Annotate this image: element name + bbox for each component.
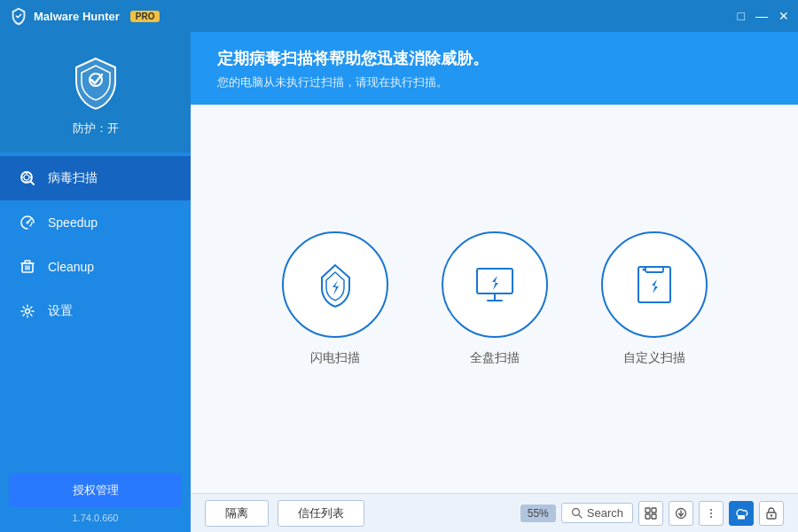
flash-scan-option[interactable]: 闪电扫描: [282, 231, 388, 366]
svg-line-26: [578, 515, 582, 519]
protection-shield-icon: [67, 53, 124, 110]
sidebar: 防护：开 病毒扫描: [0, 32, 191, 532]
sidebar-nav: 病毒扫描 Speedup: [0, 153, 191, 461]
license-button[interactable]: 授权管理: [9, 473, 182, 507]
svg-marker-21: [492, 276, 498, 290]
percent-badge: 55%: [520, 505, 556, 522]
title-bar: Malware Hunter PRO □ — ✕: [0, 0, 798, 32]
full-scan-icon: [468, 258, 521, 311]
svg-rect-28: [652, 508, 656, 512]
svg-rect-36: [738, 515, 745, 520]
sidebar-item-cleanup[interactable]: Cleanup: [0, 245, 191, 289]
grid-view-button[interactable]: [638, 501, 663, 526]
app-body: 防护：开 病毒扫描: [0, 32, 798, 532]
settings-icon: [18, 301, 37, 321]
svg-point-33: [710, 509, 712, 511]
more-options-button[interactable]: [699, 501, 724, 526]
app-logo: Malware Hunter PRO: [9, 6, 160, 26]
sidebar-item-speedup[interactable]: Speedup: [0, 200, 191, 245]
svg-rect-29: [645, 514, 650, 519]
minimize-button[interactable]: —: [755, 10, 768, 22]
search-label: Search: [587, 506, 623, 520]
shield-logo-icon: [9, 6, 28, 26]
settings-label: 设置: [48, 303, 73, 319]
cloud-button[interactable]: [729, 501, 754, 526]
full-scan-label: 全盘扫描: [470, 350, 520, 366]
custom-scan-label: 自定义扫描: [623, 350, 685, 366]
cleanup-icon: [18, 257, 37, 277]
alert-banner: 定期病毒扫描将帮助您迅速消除威胁。 您的电脑从未执行过扫描，请现在执行扫描。: [191, 32, 798, 105]
bottom-right-controls: 55% Search: [520, 501, 784, 526]
security-button[interactable]: [759, 501, 784, 526]
close-button[interactable]: ✕: [778, 10, 789, 22]
bottom-bar: 隔离 信任列表 55% Search: [191, 493, 798, 532]
app-name: Malware Hunter: [34, 10, 120, 23]
search-box[interactable]: Search: [561, 503, 633, 523]
svg-point-34: [710, 512, 712, 514]
full-scan-option[interactable]: 全盘扫描: [442, 231, 548, 366]
main-content: 定期病毒扫描将帮助您迅速消除威胁。 您的电脑从未执行过扫描，请现在执行扫描。 闪…: [191, 32, 798, 532]
svg-point-15: [26, 309, 30, 314]
scan-options: 闪电扫描 全盘扫描: [191, 105, 798, 493]
shield-icon: [64, 50, 128, 113]
window-controls: □ — ✕: [738, 10, 789, 22]
svg-rect-27: [645, 508, 650, 512]
speedup-label: Speedup: [48, 215, 98, 230]
protection-status: 防护：开: [73, 121, 119, 137]
svg-line-2: [31, 182, 35, 185]
maximize-button[interactable]: □: [738, 10, 745, 22]
custom-scan-circle: [601, 231, 708, 338]
svg-marker-23: [652, 279, 658, 293]
full-scan-circle: [442, 231, 548, 338]
sidebar-item-settings[interactable]: 设置: [0, 289, 191, 333]
flash-scan-circle: [282, 231, 388, 338]
download-button[interactable]: [669, 501, 693, 526]
svg-point-35: [710, 516, 712, 518]
search-icon: [571, 507, 583, 519]
virus-scan-label: 病毒扫描: [48, 170, 98, 186]
sidebar-footer: 授权管理 1.74.0.660: [0, 461, 191, 532]
custom-scan-icon: [628, 258, 681, 311]
flash-scan-icon: [309, 258, 362, 311]
version-label: 1.74.0.660: [73, 512, 119, 523]
speedup-icon: [18, 213, 37, 232]
quarantine-button[interactable]: 隔离: [205, 500, 269, 527]
svg-marker-16: [332, 280, 339, 295]
custom-scan-option[interactable]: 自定义扫描: [601, 231, 708, 366]
svg-point-24: [642, 269, 645, 271]
svg-point-38: [771, 514, 772, 516]
svg-rect-30: [652, 514, 656, 519]
flash-scan-label: 闪电扫描: [310, 350, 360, 366]
sidebar-header: 防护：开: [0, 32, 191, 153]
cleanup-label: Cleanup: [48, 260, 94, 274]
trust-list-button[interactable]: 信任列表: [278, 500, 364, 527]
sidebar-item-virus-scan[interactable]: 病毒扫描: [0, 156, 191, 200]
pro-badge: PRO: [130, 11, 160, 22]
svg-point-3: [24, 175, 29, 180]
svg-point-8: [27, 222, 29, 224]
svg-rect-11: [25, 261, 30, 263]
alert-subtitle: 您的电脑从未执行过扫描，请现在执行扫描。: [217, 74, 771, 90]
alert-title: 定期病毒扫描将帮助您迅速消除威胁。: [217, 48, 771, 69]
virus-scan-icon: [18, 168, 37, 188]
